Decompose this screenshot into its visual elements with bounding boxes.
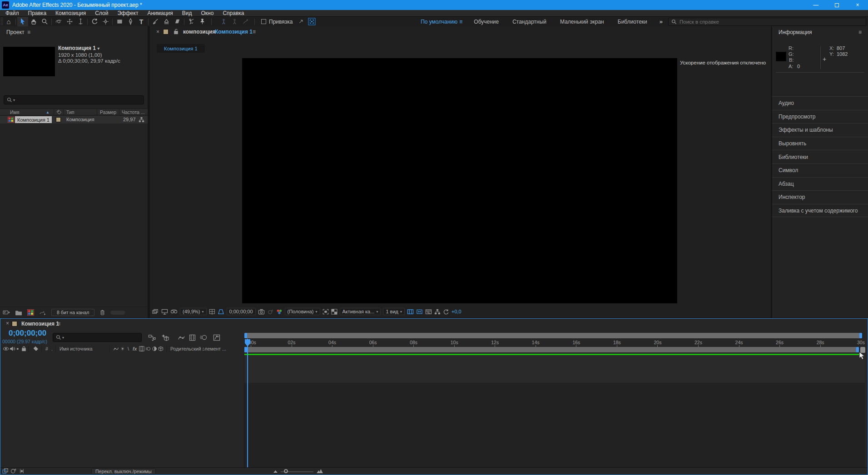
workspace-tab[interactable]: Обучение bbox=[467, 19, 506, 25]
graph-editor-button[interactable] bbox=[213, 334, 220, 341]
frame-blend-switch-icon[interactable] bbox=[139, 346, 144, 351]
clone-stamp-tool[interactable] bbox=[161, 17, 172, 27]
viewer-panel-title[interactable]: композиция bbox=[183, 29, 215, 35]
column-name[interactable]: Имя bbox=[10, 109, 19, 115]
viewer-label-color-chip[interactable] bbox=[163, 29, 169, 35]
panel-tab[interactable]: Заливка с учетом содержимого bbox=[772, 204, 868, 218]
dolly-camera-tool[interactable] bbox=[75, 17, 86, 27]
motion-blur-switch-icon[interactable] bbox=[145, 346, 151, 351]
ruler-mark[interactable]: 16s bbox=[572, 339, 613, 347]
menu-item[interactable]: Эффект bbox=[113, 10, 143, 16]
ruler-mark[interactable]: 24s bbox=[735, 339, 776, 347]
zoom-tool[interactable] bbox=[39, 17, 50, 27]
exposure-value[interactable]: +0,0 bbox=[451, 309, 461, 314]
parent-column[interactable]: Родительский элемент ... bbox=[170, 346, 226, 351]
collapse-switch-icon[interactable]: ☀ bbox=[120, 346, 125, 352]
draft-3d-button[interactable] bbox=[162, 334, 169, 341]
eraser-tool[interactable] bbox=[172, 17, 183, 27]
main-viewer-icon[interactable] bbox=[161, 309, 168, 315]
snap-checkbox[interactable] bbox=[261, 19, 266, 24]
menu-item[interactable]: Справка bbox=[218, 10, 248, 16]
fx-switch-icon[interactable]: fx bbox=[133, 346, 137, 351]
timeline-label-color-chip[interactable] bbox=[12, 321, 17, 327]
share-view-icon[interactable] bbox=[407, 309, 414, 315]
puppet-pin-tool[interactable] bbox=[197, 17, 208, 27]
selection-tool[interactable] bbox=[17, 17, 28, 27]
time-ruler[interactable]: :00s02s04s06s08s10s12s14s16s18s20s22s24s… bbox=[244, 339, 865, 347]
region-of-interest-icon[interactable] bbox=[322, 309, 329, 315]
solo-icon[interactable]: ● bbox=[16, 346, 19, 351]
ruler-mark[interactable]: 12s bbox=[491, 339, 532, 347]
timeline-panel-menu-icon[interactable]: ≡ bbox=[57, 321, 60, 327]
project-comp-name[interactable]: Композиция 1 ▾ bbox=[58, 45, 99, 51]
composition-viewport[interactable] bbox=[242, 58, 677, 303]
ruler-mark[interactable]: 26s bbox=[776, 339, 817, 347]
new-folder-icon[interactable] bbox=[15, 310, 22, 316]
menu-item[interactable]: Правка bbox=[24, 10, 51, 16]
current-time-display[interactable]: 0;00;00;00 bbox=[9, 329, 46, 338]
reset-exposure-icon[interactable] bbox=[443, 309, 449, 315]
always-preview-icon[interactable] bbox=[152, 309, 159, 315]
roto-brush-tool[interactable] bbox=[186, 17, 197, 27]
info-panel-title[interactable]: Информация bbox=[779, 29, 812, 35]
workspace-tab-default[interactable]: По умолчанию bbox=[414, 19, 459, 25]
ruler-mark[interactable]: 10s bbox=[451, 339, 491, 347]
show-channel-icon[interactable] bbox=[276, 309, 283, 315]
ruler-mark[interactable]: 06s bbox=[369, 339, 410, 347]
project-row-name[interactable]: Композиция 1 bbox=[15, 116, 52, 123]
menu-item[interactable]: Окно bbox=[196, 10, 218, 16]
mini-timeline-icon[interactable] bbox=[425, 309, 432, 315]
panel-tab[interactable]: Выровнять bbox=[772, 137, 868, 150]
orbit-camera-tool[interactable] bbox=[53, 17, 64, 27]
ruler-mark[interactable]: 02s bbox=[288, 339, 329, 347]
panel-tab[interactable]: Инспектор bbox=[772, 190, 868, 204]
timeline-tab-label[interactable]: Композиция 1 bbox=[21, 321, 59, 327]
dot-column[interactable]: . bbox=[51, 346, 53, 351]
frame-blending-button[interactable] bbox=[189, 334, 196, 341]
flowchart-icon[interactable] bbox=[139, 117, 144, 123]
view-layout-dropdown[interactable]: 1 вид▾ bbox=[383, 308, 405, 315]
timeline-track-area[interactable] bbox=[244, 383, 865, 467]
ruler-mark[interactable]: 28s bbox=[817, 339, 858, 347]
minimize-button[interactable]: — bbox=[805, 0, 826, 10]
zoom-out-mountain-icon[interactable] bbox=[273, 470, 278, 473]
home-button[interactable]: ⌂ bbox=[3, 17, 14, 27]
video-eye-icon[interactable] bbox=[3, 346, 9, 351]
help-search-field[interactable] bbox=[668, 18, 866, 26]
layer-list-area[interactable] bbox=[0, 352, 244, 467]
brush-tool[interactable] bbox=[150, 17, 161, 27]
menu-item[interactable]: Слой bbox=[90, 10, 113, 16]
panel-tab[interactable]: Абзац bbox=[772, 177, 868, 191]
zoom-in-mountain-icon[interactable] bbox=[316, 469, 323, 474]
toggle-switches-modes-button[interactable]: Перекл. выключ./режимы bbox=[91, 468, 156, 475]
viewer-tab-close-icon[interactable]: × bbox=[156, 29, 159, 35]
layer-number-column[interactable]: # bbox=[45, 346, 48, 351]
ruler-mark[interactable]: 20s bbox=[654, 339, 694, 347]
time-navigator-bar[interactable] bbox=[244, 333, 862, 338]
timeline-zoom-knob[interactable] bbox=[284, 469, 288, 473]
ruler-mark[interactable]: 04s bbox=[328, 339, 369, 347]
adjustment-switch-icon[interactable] bbox=[152, 346, 157, 351]
viewer-panel-menu-icon[interactable]: ≡ bbox=[253, 29, 256, 35]
cube-3d-switch-icon[interactable] bbox=[158, 346, 164, 351]
trash-icon[interactable] bbox=[99, 309, 105, 316]
mask-visibility-icon[interactable] bbox=[218, 309, 224, 315]
workspace-tab[interactable]: Стандартный bbox=[506, 19, 553, 25]
camera-dropdown[interactable]: Активная ка...▾ bbox=[340, 308, 381, 315]
expand-inout-columns-button[interactable] bbox=[19, 468, 25, 474]
shy-switch-icon[interactable] bbox=[113, 346, 119, 351]
motion-blur-button[interactable] bbox=[199, 334, 207, 341]
pan-behind-tool[interactable] bbox=[100, 17, 111, 27]
bit-depth-button[interactable]: 8 бит на канал bbox=[51, 309, 94, 316]
project-row-composition[interactable]: Композиция 1 Композиция 29,97 bbox=[0, 116, 148, 124]
info-panel-menu-icon[interactable]: ≡ bbox=[858, 29, 862, 35]
viewer-panel-comp-name[interactable]: Композиция 1 bbox=[215, 29, 253, 35]
quality-switch-icon[interactable]: \ bbox=[128, 346, 129, 351]
snap-options-icon[interactable] bbox=[295, 17, 306, 27]
rotation-tool[interactable] bbox=[89, 17, 100, 27]
work-area-bar[interactable] bbox=[244, 347, 859, 352]
close-button[interactable]: × bbox=[847, 0, 868, 10]
workspace-tab[interactable]: Библиотеки bbox=[611, 19, 654, 25]
expand-layer-switches-button[interactable] bbox=[2, 468, 9, 474]
mask-expansion-button[interactable] bbox=[306, 17, 317, 27]
